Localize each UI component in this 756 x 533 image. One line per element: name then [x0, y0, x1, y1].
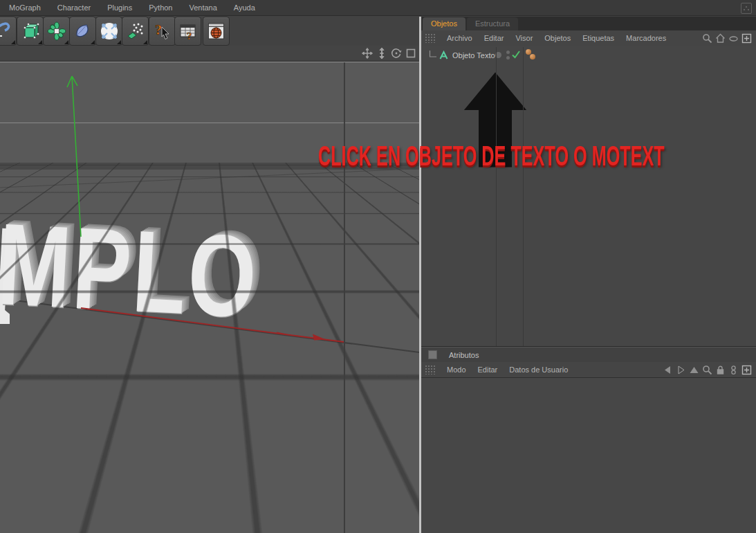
main-menubar: MoGraph Character Plugins Python Ventana…: [0, 0, 756, 16]
object-manager-list[interactable]: Objeto Texto: [421, 46, 756, 347]
sweep-wedge-button[interactable]: [69, 17, 96, 46]
om-menu-editar[interactable]: Editar: [484, 34, 504, 42]
viewport-header: [0, 46, 419, 62]
tab-estructura[interactable]: Estructura: [467, 17, 518, 30]
svg-text:?: ?: [155, 22, 162, 37]
tab-objetos[interactable]: Objetos: [423, 17, 465, 30]
right-panel: Objetos Estructura Archivo Editar Visor …: [421, 17, 756, 533]
tree-branch-icon: [429, 51, 437, 60]
om-menu-archivo[interactable]: Archivo: [447, 34, 472, 42]
zoom-icon[interactable]: [376, 48, 387, 59]
enable-check-icon[interactable]: [512, 51, 520, 59]
menu-character[interactable]: Character: [57, 3, 91, 12]
om-menu-etiquetas[interactable]: Etiquetas: [582, 34, 614, 42]
add-panel-icon[interactable]: [741, 365, 752, 375]
panel-square-icon[interactable]: [428, 350, 437, 359]
back-icon[interactable]: [663, 365, 673, 375]
menu-ayuda[interactable]: Ayuda: [234, 3, 255, 12]
add-panel-icon[interactable]: [741, 33, 752, 44]
attributes-menubar: Modo Editar Datos de Usuario: [421, 362, 756, 378]
menu-mograph[interactable]: MoGraph: [9, 3, 41, 12]
search-icon[interactable]: [702, 33, 712, 44]
home-icon[interactable]: [715, 33, 726, 44]
object-label: Objeto Texto: [452, 51, 495, 60]
menu-python[interactable]: Python: [149, 3, 172, 12]
array-object-button[interactable]: [43, 17, 70, 46]
render-visibility-dot[interactable]: [506, 56, 510, 60]
attributes-titlebar: Atributos: [421, 347, 756, 363]
drag-grip[interactable]: [425, 33, 435, 43]
attr-menu-datos[interactable]: Datos de Usuario: [509, 365, 568, 374]
svg-text:?: ?: [187, 30, 192, 41]
up-icon[interactable]: [689, 365, 699, 375]
attr-menu-editar[interactable]: Editar: [478, 365, 498, 374]
menu-ventana[interactable]: Ventana: [189, 3, 216, 12]
om-menu-visor[interactable]: Visor: [515, 34, 533, 42]
attributes-content[interactable]: [421, 378, 756, 533]
pan-icon[interactable]: [362, 48, 373, 59]
text-object-icon: [439, 51, 449, 60]
online-globe-button[interactable]: [203, 17, 230, 46]
om-menu-objetos[interactable]: Objetos: [544, 34, 571, 42]
om-column-separator: [523, 47, 524, 346]
editable-cube-button[interactable]: [17, 17, 44, 46]
help-button[interactable]: ?: [149, 17, 176, 46]
drag-grip[interactable]: [425, 365, 435, 374]
attributes-title: Atributos: [449, 351, 479, 359]
attr-menu-modo[interactable]: Modo: [447, 365, 466, 374]
maximize-icon[interactable]: [405, 48, 416, 59]
forward-icon[interactable]: [676, 365, 686, 375]
lock-icon[interactable]: [715, 365, 726, 375]
window-layout-icon[interactable]: [741, 3, 752, 14]
menu-plugins[interactable]: Plugins: [107, 3, 132, 12]
viewport-canvas[interactable]: MPLO: [0, 62, 419, 533]
phong-tag-icon[interactable]: [530, 54, 535, 60]
manager-tabstrip: Objetos Estructura: [421, 17, 756, 30]
scene-3d-text: MPLO: [0, 206, 261, 336]
rotate-icon[interactable]: [391, 48, 402, 59]
history-icon[interactable]: [728, 365, 739, 375]
mograph-scatter-button[interactable]: [122, 17, 149, 46]
om-menu-marcadores[interactable]: Marcadores: [626, 34, 666, 42]
grid-axis-line: [344, 62, 345, 533]
search-icon[interactable]: [702, 365, 712, 375]
particle-emitter-button[interactable]: [95, 17, 122, 46]
eye-icon[interactable]: [728, 33, 739, 44]
content-browser-button[interactable]: ?: [174, 17, 201, 46]
spline-pen-button[interactable]: [0, 17, 17, 46]
annotation-text: CLICK EN OBJETO DE TEXTO O MOTEXT: [318, 140, 665, 173]
om-column-separator: [496, 47, 497, 346]
object-manager-menubar: Archivo Editar Visor Objetos Etiquetas M…: [421, 30, 756, 46]
viewport-horizon-line: [0, 123, 419, 123]
viewport-panel: MPLO: [0, 46, 419, 533]
object-row-texto[interactable]: Objeto Texto: [421, 48, 495, 62]
editor-visibility-dot[interactable]: [506, 51, 510, 54]
